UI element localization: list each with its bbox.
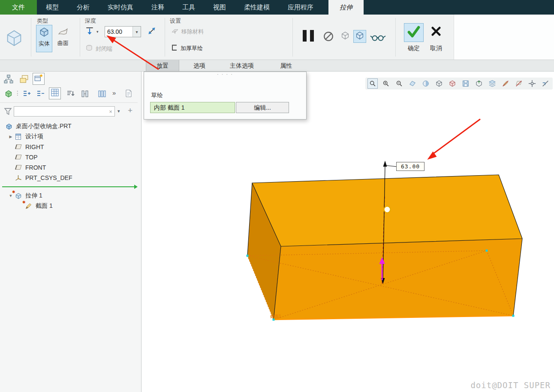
tree-row-part[interactable]: 桌面小型收纳盒.PRT [0,121,140,132]
menubar: 文件 模型 分析 实时仿真 注释 工具 视图 柔性建模 应用程序 拉伸 [0,0,554,15]
insertion-indicator[interactable] [0,183,140,191]
depth-blind-icon [85,26,94,37]
surface-icon [57,26,69,39]
extrude-preview-model [247,161,523,321]
group-items-button[interactable] [80,89,90,100]
no-preview-button[interactable] [323,31,334,44]
panel-grip-dots: · · · · [144,72,306,76]
cascade-windows-icon [19,74,29,84]
ribbon-separator [165,18,165,57]
edit-sketch-button[interactable]: 编辑... [236,102,289,113]
part-filter-cube-icon [3,89,14,99]
tree-notes-button[interactable] [123,88,134,99]
cancel-button-label: 取消 [426,45,446,52]
tree-filters-button[interactable] [3,89,14,100]
pause-button[interactable] [303,30,314,42]
tree-row-extrude-1[interactable]: ▼ ✱ 拉伸 1 [0,191,140,201]
sort-button[interactable] [65,89,75,100]
menu-tab-extrude-active[interactable]: 拉伸 [328,0,364,15]
columns-icon [97,89,107,99]
filter-dropdown-button[interactable]: ▾ [117,108,120,114]
surface-type-button[interactable]: 曲面 [55,25,71,52]
menu-tab-applications[interactable]: 应用程序 [279,0,322,15]
datum-plane-icon [15,144,23,150]
cancel-button[interactable] [430,26,443,39]
toolbar-overflow-button[interactable]: » [112,89,116,96]
menu-tab-view[interactable]: 视图 [204,0,235,15]
clear-filter-icon[interactable]: × [107,108,114,115]
ribbon-empty-area [454,15,554,60]
depth-drag-handle[interactable] [384,206,391,213]
add-filter-button[interactable]: + [128,106,132,115]
remove-material-icon [171,27,179,37]
sketch-icon: ✱ [25,203,33,209]
model-tree-view-button[interactable] [3,74,14,86]
document-icon [123,88,134,99]
tree-row-front-plane[interactable]: FRONT [0,162,140,173]
favorites-display-button[interactable] [33,73,45,85]
insert-here-line [2,186,134,187]
verify-button[interactable] [370,33,387,44]
menu-tab-live-simulation[interactable]: 实时仿真 [99,0,142,15]
unattached-preview-button[interactable] [339,30,352,43]
tree-item-label: TOP [25,154,38,161]
capped-ends-toggle[interactable]: 封闭端 [85,44,112,54]
tab-body-options[interactable]: 主体选项 [218,60,266,71]
tree-row-right-plane[interactable]: RIGHT [0,142,140,152]
tree-row-csys[interactable]: PRT_CSYS_DEF [0,173,140,183]
graphics-area[interactable]: 63.00 截面1 doit@DOIT SUPER [142,72,554,392]
sketch-collector-field[interactable]: 内部 截面 1 [150,102,235,113]
remove-material-toggle[interactable]: 移除材料 [171,27,204,37]
glasses-icon [370,36,387,43]
column-display-button[interactable] [97,89,107,100]
menu-tab-analysis[interactable]: 分析 [68,0,99,15]
solid-type-button[interactable]: 实体 [36,25,52,52]
toolbar-divider-dots: ⋮ [15,90,21,96]
thicken-sketch-toggle[interactable]: 加厚草绘 [171,44,203,53]
tree-filter-field: × [14,106,115,117]
expander-icon[interactable]: ▶ [7,135,15,139]
tree-row-top-plane[interactable]: TOP [0,152,140,162]
table-grid-icon [51,88,59,99]
insert-here-arrow-icon [134,185,138,189]
menu-tab-file[interactable]: 文件 [0,0,37,15]
dimension-arrow-up-icon [383,161,387,167]
datum-plane-icon [15,164,23,171]
model-viewport[interactable] [142,72,554,392]
menu-tab-model[interactable]: 模型 [37,0,68,15]
tab-properties[interactable]: 属性 [268,60,304,71]
tab-placement[interactable]: 放置 [146,60,179,71]
chevron-down-icon: ▾ [135,30,138,34]
depth-type-button[interactable]: ▾ [85,26,99,37]
expander-icon[interactable]: ▼ [7,194,15,198]
tree-filter-input[interactable] [14,108,107,115]
depth-dimension-value[interactable]: 63.00 [396,162,425,171]
depth-value-combobox: ▾ [105,26,141,37]
ok-button[interactable] [404,23,424,42]
tab-options[interactable]: 选项 [183,60,216,71]
model-tree: 桌面小型收纳盒.PRT ▶ 设计项 RIGHT TOP FRONT PRT_CS… [0,121,140,211]
tree-row-design-items[interactable]: ▶ 设计项 [0,132,140,142]
settings-group-label: 设置 [170,17,181,25]
menu-tab-tools[interactable]: 工具 [173,0,204,15]
depth-dropdown-button[interactable]: ▾ [132,27,141,37]
expand-all-button[interactable] [21,89,32,100]
depth-value-input[interactable] [105,27,132,37]
filter-icon [4,108,12,117]
tree-item-label: FRONT [25,164,46,171]
flip-direction-button[interactable] [146,26,158,38]
capped-ends-icon [85,44,93,54]
attached-preview-button[interactable] [353,30,366,43]
modified-marker-icon: ✱ [22,200,26,204]
overflow-chevron-icon: » [112,89,116,96]
menu-tab-annotate[interactable]: 注释 [142,0,173,15]
collapse-all-button[interactable] [35,89,45,100]
ribbon-separator [292,18,293,57]
tree-row-section-1[interactable]: ✱ 截面 1 [0,201,140,211]
pause-icon [303,30,307,42]
menu-tab-flexible-modeling[interactable]: 柔性建模 [235,0,279,15]
unattached-preview-icon [340,31,350,42]
tree-columns-button[interactable] [49,87,61,99]
dashboard-tab-strip: 放置 选项 主体选项 属性 [0,60,554,72]
folder-browser-button[interactable] [19,74,29,86]
